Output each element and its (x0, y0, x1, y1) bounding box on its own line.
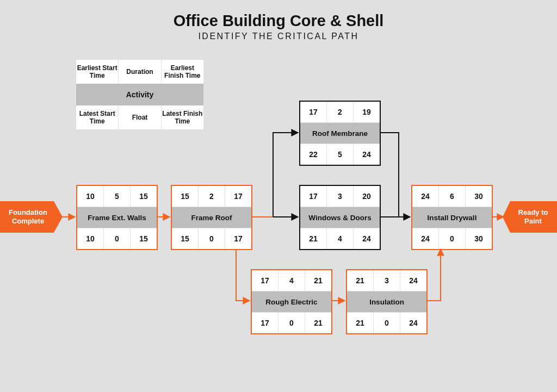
activity-name: Roof Membrane (300, 122, 380, 144)
dur-value: 2 (199, 186, 225, 207)
ls-value: 10 (77, 228, 104, 249)
legend-es: Earliest Start Time (76, 60, 119, 84)
float-value: 0 (199, 228, 225, 249)
lf-value: 24 (354, 144, 380, 165)
legend-float: Float (119, 105, 161, 129)
ef-value: 24 (400, 270, 426, 291)
lf-value: 15 (131, 228, 157, 249)
ls-value: 21 (300, 228, 327, 249)
lf-value: 24 (354, 228, 380, 249)
node-roof-membrane: 17 2 19 Roof Membrane 22 5 24 (299, 101, 381, 166)
legend-ls: Latest Start Time (76, 105, 119, 129)
dur-value: 4 (278, 270, 305, 291)
es-value: 15 (172, 186, 199, 207)
page-title: Office Building Core & Shell (0, 12, 557, 30)
ef-value: 17 (225, 186, 251, 207)
node-rough-electric: 17 4 21 Rough Electric 17 0 21 (251, 269, 332, 334)
node-insulation: 21 3 24 Insulation 21 0 24 (346, 269, 428, 334)
es-value: 17 (252, 270, 278, 291)
legend-box: Earliest Start Time Duration Earliest Fi… (76, 60, 203, 129)
activity-name: Windows & Doors (300, 207, 380, 228)
float-value: 5 (327, 144, 354, 165)
dur-value: 3 (327, 186, 354, 207)
milestone-end: Ready to Paint (503, 201, 557, 233)
ls-value: 24 (412, 228, 439, 249)
ef-value: 21 (305, 270, 331, 291)
ef-value: 20 (354, 186, 380, 207)
es-value: 21 (347, 270, 374, 291)
es-value: 17 (300, 102, 327, 122)
float-value: 4 (327, 228, 354, 249)
legend-dur: Duration (119, 60, 161, 84)
ls-value: 21 (347, 313, 374, 333)
ef-value: 15 (131, 186, 157, 207)
es-value: 10 (77, 186, 104, 207)
float-value: 0 (104, 228, 131, 249)
dur-value: 5 (104, 186, 131, 207)
node-frame-walls: 10 5 15 Frame Ext. Walls 10 0 15 (76, 185, 158, 250)
node-windows-doors: 17 3 20 Windows & Doors 21 4 24 (299, 185, 381, 250)
lf-value: 21 (305, 313, 331, 333)
ef-value: 30 (466, 186, 492, 207)
node-frame-roof: 15 2 17 Frame Roof 15 0 17 (171, 185, 252, 250)
ls-value: 22 (300, 144, 327, 165)
float-value: 0 (439, 228, 466, 249)
legend-ef: Earliest Finish Time (162, 60, 203, 84)
ls-value: 17 (252, 313, 278, 333)
legend-activity: Activity (76, 84, 203, 105)
activity-name: Insulation (347, 291, 426, 313)
activity-name: Install Drywall (412, 207, 492, 228)
lf-value: 30 (466, 228, 492, 249)
lf-value: 17 (225, 228, 251, 249)
lf-value: 24 (400, 313, 426, 333)
float-value: 0 (278, 313, 305, 333)
legend-lf: Latest Finish Time (162, 105, 203, 129)
activity-name: Frame Ext. Walls (77, 207, 157, 228)
dur-value: 3 (374, 270, 400, 291)
es-value: 24 (412, 186, 439, 207)
ls-value: 15 (172, 228, 199, 249)
dur-value: 6 (439, 186, 466, 207)
milestone-start: Foundation Complete (0, 201, 63, 233)
es-value: 17 (300, 186, 327, 207)
dur-value: 2 (327, 102, 354, 122)
float-value: 0 (374, 313, 400, 333)
activity-name: Rough Electric (252, 291, 331, 313)
page-subtitle: IDENTIFY THE CRITICAL PATH (0, 32, 557, 41)
node-install-drywall: 24 6 30 Install Drywall 24 0 30 (411, 185, 493, 250)
activity-name: Frame Roof (172, 207, 251, 228)
ef-value: 19 (354, 102, 380, 122)
